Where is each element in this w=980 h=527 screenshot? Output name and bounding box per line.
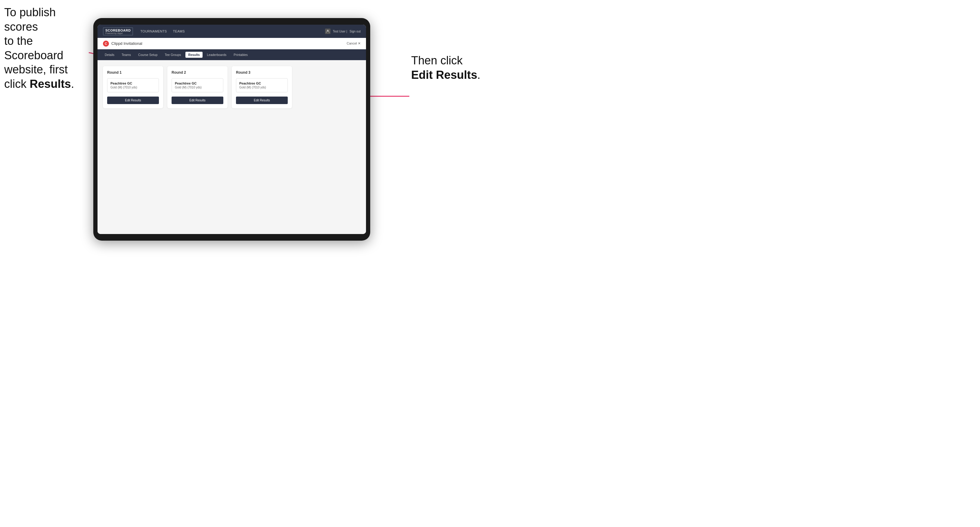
round-2-card: Round 2 Peachtree GC Gold (M) (7010 yds)… [167,66,228,108]
round-1-title: Round 1 [107,70,159,75]
signout-link[interactable]: Sign out [350,30,361,33]
logo-text: SCOREBOARD [105,29,130,32]
edit-results-1-button[interactable]: Edit Results [107,97,159,104]
c-icon: C [103,41,109,47]
instruction-left: To publish scores to the Scoreboard webs… [4,5,89,91]
tab-details[interactable]: Details [102,52,118,58]
instruction-right: Then click Edit Results. [411,54,484,82]
round-3-title: Round 3 [236,70,288,75]
user-text: Test User | [333,30,347,33]
round-2-title: Round 2 [172,70,223,75]
tournament-name: Clippd Invitational [111,41,142,46]
tournament-bar: C Clippd Invitational Cancel ✕ [97,38,366,49]
logo-area: SCOREBOARD Powered by clippd [103,27,133,35]
cancel-button[interactable]: Cancel ✕ [347,41,361,45]
rounds-grid: Round 1 Peachtree GC Gold (M) (7010 yds)… [103,66,361,108]
tab-course-setup[interactable]: Course Setup [135,52,161,58]
tab-teams[interactable]: Teams [119,52,134,58]
nav-links: TOURNAMENTS TEAMS [140,30,325,33]
round-3-card: Round 3 Peachtree GC Gold (M) (7010 yds)… [232,66,292,108]
round-3-course-name: Peachtree GC [239,81,285,85]
round-1-card: Round 1 Peachtree GC Gold (M) (7010 yds)… [103,66,163,108]
nav-tournaments[interactable]: TOURNAMENTS [140,30,167,33]
round-1-course-details: Gold (M) (7010 yds) [110,86,156,89]
top-nav: SCOREBOARD Powered by clippd TOURNAMENTS… [97,25,366,38]
main-content: Round 1 Peachtree GC Gold (M) (7010 yds)… [97,60,366,234]
logo-box: SCOREBOARD Powered by clippd [103,27,133,35]
round-3-course-card: Peachtree GC Gold (M) (7010 yds) [236,78,288,92]
round-2-course-details: Gold (M) (7010 yds) [175,86,220,89]
round-1-course-name: Peachtree GC [110,81,156,85]
tab-leaderboards[interactable]: Leaderboards [204,52,229,58]
user-icon [325,29,331,34]
round-1-course-card: Peachtree GC Gold (M) (7010 yds) [107,78,159,92]
tab-results[interactable]: Results [185,52,203,58]
edit-results-2-button[interactable]: Edit Results [172,97,223,104]
round-2-course-name: Peachtree GC [175,81,220,85]
tab-printables[interactable]: Printables [231,52,251,58]
tab-bar: Details Teams Course Setup Tee Groups Re… [97,49,366,60]
tab-tee-groups[interactable]: Tee Groups [162,52,184,58]
logo-sub: Powered by clippd [105,32,130,34]
round-3-course-details: Gold (M) (7010 yds) [239,86,285,89]
tablet-screen: SCOREBOARD Powered by clippd TOURNAMENTS… [97,25,366,234]
round-2-course-card: Peachtree GC Gold (M) (7010 yds) [172,78,223,92]
tournament-title: C Clippd Invitational [103,41,142,47]
nav-right: Test User | Sign out [325,29,361,34]
nav-teams[interactable]: TEAMS [173,30,185,33]
edit-results-3-button[interactable]: Edit Results [236,97,288,104]
tablet-frame: SCOREBOARD Powered by clippd TOURNAMENTS… [93,18,370,241]
